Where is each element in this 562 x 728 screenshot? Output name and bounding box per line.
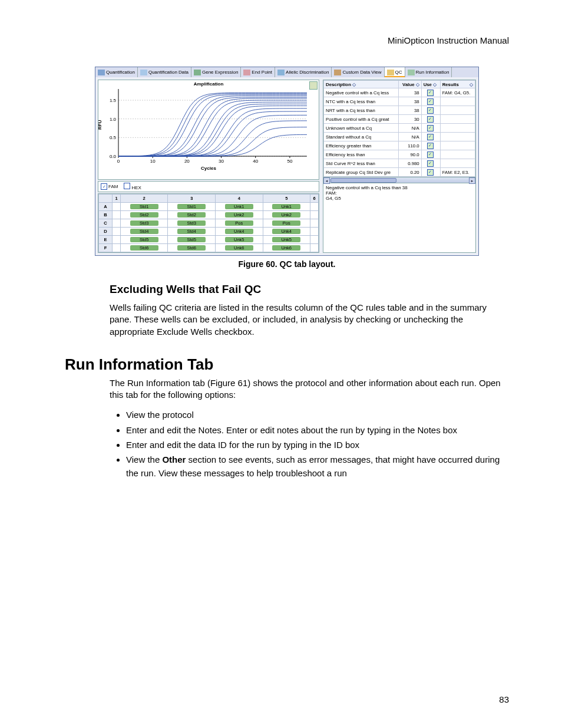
plate-well[interactable] [113, 203, 121, 211]
page-number: 83 [499, 694, 509, 704]
plate-well[interactable]: Unk4 [263, 228, 310, 236]
plate-well[interactable]: Std2 [120, 211, 168, 219]
plate-row-header: C [99, 219, 113, 228]
plate-well[interactable] [310, 219, 319, 228]
qc-rule-row: NTC with a Cq less than38 [324, 97, 475, 106]
plate-well[interactable]: Std2 [168, 211, 216, 219]
plate-well[interactable] [113, 244, 121, 252]
plate-well[interactable]: Unk1 [215, 203, 263, 211]
tab-bar: QuantificationQuantification DataGene Ex… [95, 67, 478, 77]
amplification-chart: Amplification RFU 0.00.51.01.50102030405… [98, 80, 319, 180]
plate-well[interactable] [310, 228, 319, 236]
plate-well[interactable]: Unk5 [215, 236, 263, 244]
qc-rule-row: Std Curve R^2 less than0.980 [324, 159, 475, 168]
legend-hex[interactable]: HEX [124, 183, 141, 190]
qc-rule-row: Efficiency greater than110.0 [324, 141, 475, 150]
qc-col-use[interactable]: Use ◇ [421, 81, 440, 88]
tab-allelic-discrimination[interactable]: Allelic Discrimination [275, 67, 332, 77]
plate-well[interactable]: Unk6 [215, 244, 263, 252]
plate-well[interactable]: Std3 [120, 219, 168, 228]
plate-well[interactable]: Std5 [120, 236, 168, 244]
plate-well[interactable] [113, 228, 121, 236]
tab-qc[interactable]: QC [385, 67, 405, 77]
plate-well[interactable] [113, 211, 121, 219]
list-item: View the Other section to see events, su… [126, 453, 509, 480]
checkbox-icon[interactable] [427, 134, 434, 140]
chart-svg: 0.00.51.01.501020304050 [98, 88, 310, 164]
plate-well[interactable] [310, 244, 319, 252]
page-header: MiniOpticon Instruction Manual [65, 35, 509, 45]
checkbox-icon[interactable] [427, 90, 434, 96]
list-item: Enter and edit the Notes. Enter or edit … [126, 423, 509, 437]
checkbox-icon[interactable] [427, 160, 434, 167]
plate-row-header: D [99, 228, 113, 236]
plate-row-header: F [99, 244, 113, 252]
tab-quantification-data[interactable]: Quantification Data [138, 67, 191, 77]
tab-gene-expression[interactable]: Gene Expression [191, 67, 241, 77]
qc-col-results[interactable]: Results ◇ [440, 81, 475, 88]
plate-well[interactable]: Unk6 [263, 244, 310, 252]
checkbox-icon[interactable] [427, 151, 434, 158]
checkbox-icon[interactable] [427, 107, 434, 114]
plate-well[interactable]: Std3 [168, 219, 216, 228]
plate-well[interactable] [113, 219, 121, 228]
checkbox-icon[interactable] [427, 169, 434, 176]
plate-well[interactable]: Unk4 [215, 228, 263, 236]
plate-col-header: 2 [120, 195, 168, 203]
plate-well[interactable]: Unk5 [263, 236, 310, 244]
plate-well[interactable] [310, 203, 319, 211]
excluding-paragraph: Wells failing QC criteria are listed in … [110, 302, 509, 338]
tab-custom-data-view[interactable]: Custom Data View [332, 67, 384, 77]
tab-run-information[interactable]: Run Information [405, 67, 452, 77]
checkbox-icon[interactable] [427, 98, 434, 105]
qc-scrollbar[interactable]: ◄ ► [323, 177, 475, 183]
plate-col-header: 3 [168, 195, 216, 203]
plate-well[interactable]: Pos [263, 219, 310, 228]
plate-well[interactable]: Unk1 [263, 203, 310, 211]
qc-col-description[interactable]: Description ◇ [324, 81, 399, 88]
plate-layout: 123456AStd1Std1Unk1Unk1BStd2Std2Unk2Unk2… [98, 193, 319, 253]
checkbox-icon[interactable] [427, 143, 434, 149]
plate-row-header: E [99, 236, 113, 244]
checkbox-icon[interactable] [427, 125, 434, 131]
qc-col-value[interactable]: Value ◇ [399, 81, 422, 88]
scroll-right-icon[interactable]: ► [469, 177, 475, 184]
checkbox-icon[interactable] [101, 183, 107, 190]
plate-well[interactable]: Std6 [120, 244, 168, 252]
settings-icon[interactable] [309, 81, 318, 90]
checkbox-icon[interactable] [124, 183, 130, 189]
tab-icon [98, 70, 105, 75]
tab-quantification[interactable]: Quantification [95, 67, 138, 77]
plate-col-header: 1 [113, 195, 121, 203]
plate-well[interactable] [310, 236, 319, 244]
checkbox-icon[interactable] [427, 116, 434, 123]
figure-qc-tab: QuantificationQuantification DataGene Ex… [95, 67, 479, 256]
plate-well[interactable]: Std5 [168, 236, 216, 244]
qc-rule-row: Positive control with a Cq great30 [324, 115, 475, 124]
fluorophore-legend: FAMHEX [98, 181, 319, 192]
plate-well[interactable]: Std4 [120, 228, 168, 236]
qc-rule-row: Efficiency less than90.0 [324, 150, 475, 159]
scroll-thumb[interactable] [330, 178, 396, 183]
plate-well[interactable] [310, 211, 319, 219]
plate-well[interactable]: Std4 [168, 228, 216, 236]
svg-text:0.5: 0.5 [110, 135, 117, 140]
qc-rule-row: Replicate group Cq Std Dev gre0.20FAM: E… [324, 168, 475, 177]
plate-well[interactable] [113, 236, 121, 244]
plate-well[interactable]: Std1 [120, 203, 168, 211]
qc-rule-row: NRT with a Cq less than38 [324, 106, 475, 115]
tab-icon [243, 70, 250, 75]
svg-text:0: 0 [117, 159, 120, 164]
plate-row-header: B [99, 211, 113, 219]
plate-well[interactable]: Unk2 [215, 211, 263, 219]
tab-end-point[interactable]: End Point [241, 67, 275, 77]
plate-well[interactable]: Pos [215, 219, 263, 228]
plate-well[interactable]: Unk2 [263, 211, 310, 219]
plate-well[interactable]: Std6 [168, 244, 216, 252]
plate-well[interactable]: Std1 [168, 203, 216, 211]
qc-panel: Description ◇Value ◇Use ◇Results ◇Negati… [323, 80, 476, 253]
scroll-left-icon[interactable]: ◄ [323, 177, 330, 184]
legend-fam[interactable]: FAM [101, 183, 118, 190]
tab-icon [408, 70, 415, 75]
qc-summary-fluor: FAM: [326, 190, 473, 196]
